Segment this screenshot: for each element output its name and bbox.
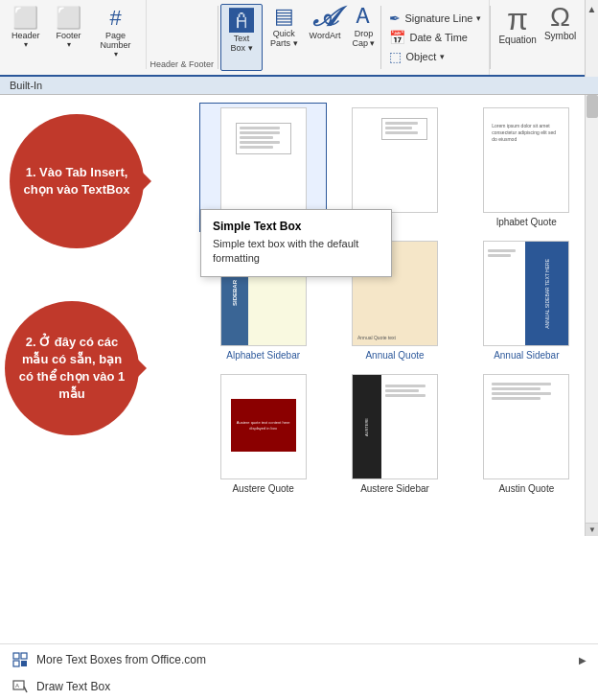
quick-parts-label2: Parts ▾ [270, 38, 298, 48]
draw-textbox-button[interactable]: A Draw Text Box [0, 673, 598, 700]
austere-quote-thumb: Austere quote text content here displaye… [220, 374, 307, 479]
dropcap-icon: Ꭺ [356, 4, 371, 29]
draw-textbox-label: Draw Text Box [36, 680, 110, 693]
built-in-label: Built-In [10, 80, 42, 91]
header-icon: ⬜ [12, 6, 38, 31]
balloon-2: 2. Ở đây có các mẫu có sẵn, bạn có thể c… [5, 301, 139, 435]
quick-parts-button[interactable]: ▤ Quick Parts ▾ [264, 0, 304, 75]
austere-quote-label: Austere Quote [232, 483, 293, 494]
dropdown-area: 1. Vào Tab Insert, chọn vào TextBox 2. Ở… [0, 95, 598, 643]
gallery-scroll[interactable]: Simple Text Bo... Simple Text Box Simple… [192, 95, 598, 536]
gallery-item-alphabet-quote[interactable]: Lorem ipsum dolor sit amet consectetur a… [463, 103, 590, 232]
simple-text-2-thumb [352, 107, 438, 213]
signature-icon: ✒ [389, 11, 401, 26]
symbol-label: Symbol [544, 31, 576, 41]
gallery-item-austin-quote[interactable]: Austin Quote [463, 369, 590, 499]
textbox-label2: Box ▾ [231, 43, 253, 53]
header-button[interactable]: ⬜ Header ▾ [6, 4, 46, 51]
simple-text-thumb [220, 107, 307, 213]
object-label: Object [405, 51, 436, 62]
gallery-grid: Simple Text Bo... Simple Text Box Simple… [199, 103, 590, 499]
austere-sidebar-thumb: AUSTERE [352, 374, 438, 479]
equation-label: Equation [498, 35, 536, 45]
scrollbar-thumb [586, 95, 598, 118]
tooltip-desc: Simple text box with the default formatt… [213, 237, 380, 267]
gallery-item-annual-sidebar[interactable]: ANNUAL SIDEBAR TEXT HERE Annual Sidebar [463, 236, 590, 365]
more-textboxes-icon [12, 651, 29, 668]
ribbon: ⬜ Header ▾ ⬜ Footer ▾ # Page Number ▾ He… [0, 0, 598, 77]
equation-symbol-group: π Equation Ω Symbol [491, 0, 584, 75]
more-textboxes-button[interactable]: More Text Boxes from Office.com ▶ [0, 646, 598, 673]
austin-quote-label: Austin Quote [498, 483, 554, 494]
alphabet-quote-label: lphabet Quote [496, 217, 557, 227]
svg-text:A: A [15, 683, 19, 688]
gallery-item-austere-quote[interactable]: Austere quote text content here displaye… [199, 369, 327, 499]
signature-label: Signature Line [404, 12, 472, 24]
annual-sidebar-label: Annual Sidebar [494, 350, 559, 361]
more-textboxes-label: More Text Boxes from Office.com [36, 653, 206, 666]
svg-rect-3 [21, 661, 27, 666]
equation-icon: π [507, 4, 528, 35]
quick-parts-label: Quick [273, 29, 295, 38]
quick-parts-icon: ▤ [274, 4, 294, 29]
austere-sidebar-label: Austere Sidebar [360, 483, 429, 494]
wordart-icon: 𝒜 [313, 4, 336, 31]
tooltip-box: Simple Text Box Simple text box with the… [200, 209, 392, 277]
svg-rect-2 [13, 661, 19, 666]
annual-sidebar-thumb: ANNUAL SIDEBAR TEXT HERE [483, 241, 569, 346]
page-number-icon: # [109, 6, 121, 31]
more-textboxes-arrow: ▶ [579, 655, 586, 665]
page-number-label2: Number [101, 40, 131, 50]
dropcap-button[interactable]: Ꭺ Drop Cap ▾ [346, 0, 380, 75]
svg-rect-1 [21, 653, 27, 659]
date-label: Date & Time [409, 32, 468, 43]
alphabet-quote-thumb: Lorem ipsum dolor sit amet consectetur a… [483, 107, 569, 213]
equation-button[interactable]: π Equation [498, 4, 536, 45]
header-footer-group: ⬜ Header ▾ ⬜ Footer ▾ # Page Number ▾ [0, 0, 147, 69]
symbol-icon: Ω [550, 4, 570, 31]
bottom-menu: More Text Boxes from Office.com ▶ A Draw… [0, 643, 598, 700]
date-icon: 📅 [389, 30, 405, 45]
dropcap-label: Drop [355, 29, 374, 38]
footer-button[interactable]: ⬜ Footer ▾ [50, 4, 88, 51]
wordart-label: WordArt [310, 31, 341, 40]
balloon-1: 1. Vào Tab Insert, chọn vào TextBox [10, 114, 144, 248]
built-in-bar: Built-In [0, 77, 598, 95]
symbol-button[interactable]: Ω Symbol [544, 4, 576, 41]
gallery-item-simple-text[interactable]: Simple Text Bo... Simple Text Box Simple… [199, 103, 327, 232]
footer-label: Footer [57, 31, 81, 40]
austin-quote-thumb [483, 374, 569, 479]
alphabet-sidebar-label: Alphabet Sidebar [226, 350, 300, 361]
page-number-button[interactable]: # Page Number ▾ [92, 4, 140, 60]
draw-textbox-icon: A [12, 678, 29, 695]
textbox-label: Text [234, 34, 250, 43]
svg-rect-0 [13, 653, 19, 659]
footer-icon: ⬜ [56, 6, 81, 31]
date-time-button[interactable]: 📅 Date & Time [389, 30, 481, 45]
signature-line-button[interactable]: ✒ Signature Line ▾ [389, 11, 481, 26]
tooltip-title: Simple Text Box [213, 220, 380, 233]
textbox-group[interactable]: 🅰 Text Box ▾ [220, 4, 263, 71]
annotations: 1. Vào Tab Insert, chọn vào TextBox 2. Ở… [0, 95, 192, 643]
textbox-icon: 🅰 [229, 9, 254, 34]
divider1 [218, 6, 218, 69]
header-label: Header [12, 31, 40, 40]
dropcap-label2: Cap ▾ [352, 38, 375, 48]
object-icon: ⬚ [389, 49, 402, 64]
scroll-down-button[interactable]: ▼ [586, 523, 598, 536]
wordart-button[interactable]: 𝒜 WordArt [304, 0, 347, 75]
gallery-item-austere-sidebar[interactable]: AUSTERE Austere Sidebar [331, 369, 458, 499]
gallery-scrollbar[interactable]: ▼ [585, 95, 598, 536]
object-button[interactable]: ⬚ Object ▾ [389, 49, 481, 64]
page-number-label: Page [105, 31, 126, 40]
sig-date-group: ✒ Signature Line ▾ 📅 Date & Time ⬚ Objec… [381, 0, 490, 75]
annual-quote-label: Annual Quote [365, 350, 424, 361]
ribbon-scroll[interactable]: ▲ [585, 0, 598, 77]
header-footer-section-label: Header & Footer [147, 58, 218, 75]
